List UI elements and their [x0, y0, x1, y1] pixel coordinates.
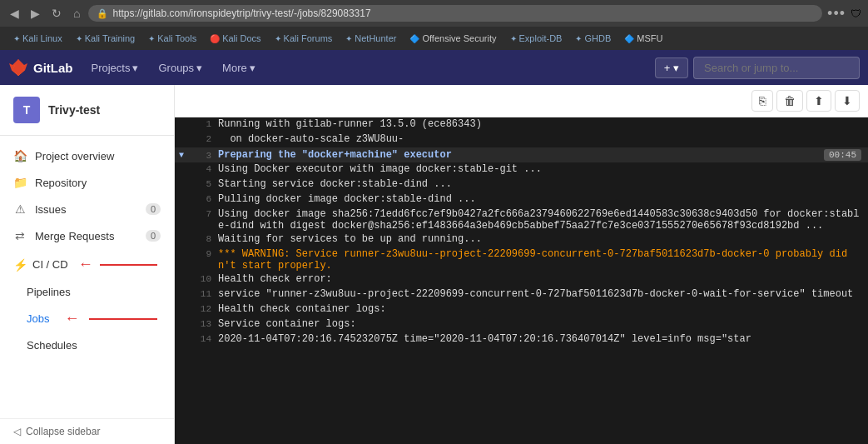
sidebar-item-repository[interactable]: 📁 Repository	[0, 169, 174, 196]
sidebar: T Trivy-test 🏠 Project overview 📁 Reposi…	[0, 85, 175, 444]
bookmark-msfu[interactable]: 🔷 MSFU	[618, 32, 669, 45]
scroll-top-button[interactable]: ⬆	[806, 90, 831, 112]
app-body: T Trivy-test 🏠 Project overview 📁 Reposi…	[0, 85, 868, 444]
bookmark-nethunter[interactable]: ✦ NetHunter	[339, 32, 403, 45]
projects-chevron-icon: ▾	[132, 62, 138, 74]
kali-forums-icon: ✦	[275, 34, 281, 43]
gitlab-navbar: GitLab Projects ▾ Groups ▾ More ▾ + ▾	[0, 50, 868, 85]
collapse-arrow	[175, 178, 188, 192]
line-number: 7	[188, 208, 218, 232]
terminal-line: 10Health check error:	[175, 272, 868, 287]
copy-icon: ⎘	[759, 94, 766, 107]
merge-requests-icon: ⇄	[13, 229, 27, 242]
line-content: Using docker image sha256:71edd6fcc7ef9b…	[218, 208, 868, 232]
bookmark-kali-training[interactable]: ✦ Kali Training	[69, 32, 142, 45]
line-number: 4	[188, 163, 218, 177]
collapse-sidebar-label: Collapse sidebar	[26, 426, 100, 437]
sidebar-label-cicd: CI / CD	[32, 258, 68, 271]
sidebar-item-merge-requests[interactable]: ⇄ Merge Requests 0	[0, 222, 174, 249]
line-content: Pulling docker image docker:stable-dind …	[218, 193, 868, 207]
collapse-arrow	[175, 273, 188, 287]
bookmark-exploit-db[interactable]: ✦ Exploit-DB	[503, 32, 569, 45]
line-number: 10	[188, 273, 218, 287]
sidebar-label-jobs: Jobs	[27, 312, 49, 325]
copy-log-button[interactable]: ⎘	[751, 90, 773, 112]
msfu-icon: 🔷	[624, 34, 634, 43]
job-toolbar: ⎘ 🗑 ⬆ ⬇	[175, 85, 868, 117]
sidebar-label-project-overview: Project overview	[35, 150, 114, 162]
line-content: Waiting for services to be up and runnin…	[218, 233, 868, 247]
sidebar-item-cicd[interactable]: ⚡ CI / CD ←	[0, 249, 174, 280]
issues-badge: 0	[146, 203, 161, 215]
new-item-button[interactable]: + ▾	[655, 57, 688, 78]
trash-icon: 🗑	[784, 94, 796, 107]
bookmark-kali-forums[interactable]: ✦ Kali Forums	[268, 32, 340, 45]
terminal-line: 13Service container logs:	[175, 317, 868, 332]
home-button[interactable]: ⌂	[70, 5, 83, 22]
forward-button[interactable]: ▶	[27, 5, 43, 22]
sidebar-item-project-overview[interactable]: 🏠 Project overview	[0, 142, 174, 169]
line-content: 2020-11-04T07:20:16.745232075Z time="202…	[218, 333, 868, 347]
delete-log-button[interactable]: 🗑	[776, 90, 803, 112]
more-nav-button[interactable]: More ▾	[214, 57, 264, 79]
line-content: Using Docker executor with image docker:…	[218, 163, 868, 177]
terminal-line: 5Starting service docker:stable-dind ...	[175, 177, 868, 192]
project-name: Trivy-test	[48, 103, 100, 117]
bookmark-kali-docs[interactable]: 🔴 Kali Docs	[203, 32, 267, 45]
kali-linux-icon: ✦	[13, 34, 20, 43]
line-number: 1	[188, 118, 218, 132]
sidebar-label-repository: Repository	[35, 177, 87, 189]
jobs-arrow-line	[89, 318, 157, 320]
offensive-security-icon: 🔷	[409, 34, 419, 43]
bookmark-kali-tools[interactable]: ✦ Kali Tools	[141, 32, 203, 45]
groups-nav-button[interactable]: Groups ▾	[150, 57, 211, 79]
browser-more-button[interactable]: •••	[827, 5, 846, 22]
kali-docs-icon: 🔴	[210, 34, 220, 43]
sidebar-item-jobs[interactable]: Jobs ←	[0, 304, 174, 333]
terminal-line: 9*** WARNING: Service runner-z3wu8uu--pr…	[175, 247, 868, 272]
gitlab-logo[interactable]: GitLab	[8, 57, 73, 77]
sidebar-item-schedules[interactable]: Schedules	[0, 333, 174, 357]
bookmark-kali-linux[interactable]: ✦ Kali Linux	[7, 32, 69, 45]
sidebar-item-pipelines[interactable]: Pipelines	[0, 280, 174, 304]
nav-right-section: + ▾	[655, 57, 860, 79]
scroll-bottom-button[interactable]: ⬇	[835, 90, 860, 112]
terminal-line: 12Health check container logs:	[175, 302, 868, 317]
sidebar-label-schedules: Schedules	[27, 339, 77, 352]
back-button[interactable]: ◀	[7, 5, 22, 22]
collapse-arrow	[175, 163, 188, 177]
plus-chevron-icon: ▾	[673, 62, 679, 74]
bookmark-ghdb[interactable]: ✦ GHDB	[568, 32, 618, 45]
line-number: 13	[188, 318, 218, 332]
projects-nav-button[interactable]: Projects ▾	[83, 57, 147, 79]
bookmark-offensive-security[interactable]: 🔷 Offensive Security	[403, 32, 503, 45]
ghdb-icon: ✦	[575, 34, 582, 43]
cicd-arrow-indicator: ←	[78, 256, 93, 273]
terminal-line: 6Pulling docker image docker:stable-dind…	[175, 192, 868, 207]
line-content: service "runner-z3wu8uu--project-2220969…	[218, 288, 868, 302]
sidebar-item-issues[interactable]: ⚠ Issues 0	[0, 196, 174, 222]
exploit-db-icon: ✦	[510, 34, 517, 43]
sidebar-label-merge-requests: Merge Requests	[35, 230, 114, 242]
line-number: 11	[188, 288, 218, 302]
terminal-line: 4Using Docker executor with image docker…	[175, 162, 868, 177]
groups-chevron-icon: ▾	[196, 62, 202, 74]
terminal-line: 1Running with gitlab-runner 13.5.0 (ece8…	[175, 117, 868, 132]
line-number: 3	[188, 150, 218, 161]
gitlab-logo-icon	[8, 57, 28, 77]
global-search-input[interactable]	[693, 57, 860, 79]
issues-icon: ⚠	[13, 202, 27, 216]
gitlab-logo-text: GitLab	[33, 61, 73, 75]
address-bar[interactable]: 🔒 https://gitlab.com/ironspideytrip/triv…	[88, 5, 822, 22]
terminal-line: 142020-11-04T07:20:16.745232075Z time="2…	[175, 332, 868, 347]
home-icon: 🏠	[13, 149, 27, 162]
lock-icon: 🔒	[97, 8, 108, 19]
collapse-sidebar-button[interactable]: ◁ Collapse sidebar	[0, 418, 174, 444]
line-content: Preparing the "docker+machine" executor	[218, 149, 824, 161]
line-number: 6	[188, 193, 218, 207]
collapse-arrow	[175, 333, 188, 347]
refresh-button[interactable]: ↻	[48, 5, 65, 22]
browser-shield-button[interactable]: 🛡	[851, 7, 861, 20]
line-content: Running with gitlab-runner 13.5.0 (ece86…	[218, 118, 868, 132]
collapse-arrow[interactable]: ▼	[175, 151, 188, 160]
